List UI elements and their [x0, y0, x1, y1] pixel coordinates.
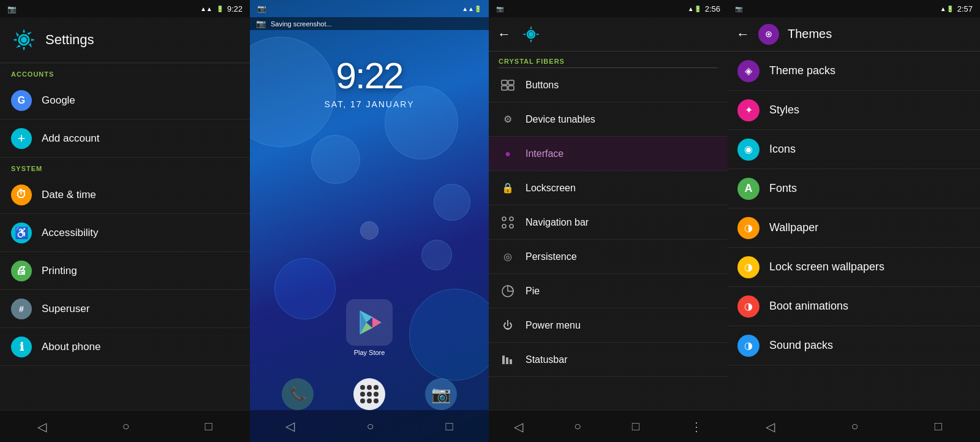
boot-animations-item[interactable]: ◑ Boot animations	[728, 287, 980, 326]
crystal-header: ←	[489, 17, 728, 51]
navigation-bar-icon	[499, 213, 517, 232]
persistence-item[interactable]: ◎ Persistence	[489, 240, 728, 274]
theme-packs-item[interactable]: ◈ Theme packs	[728, 51, 980, 91]
crystal-back-nav[interactable]: ◁	[502, 413, 535, 440]
google-label: Google	[42, 94, 75, 107]
icons-item[interactable]: ◉ Icons	[728, 130, 980, 169]
crystal-recents-nav[interactable]: □	[620, 413, 652, 440]
home-nav-btn[interactable]: ○	[110, 413, 141, 440]
sound-packs-icon: ◑	[737, 335, 760, 357]
ls-date: SAT, 17 JANUARY	[250, 99, 489, 109]
buttons-item[interactable]: Buttons	[489, 68, 728, 102]
date-time-icon: ⏱	[11, 185, 32, 205]
navigation-bar-item[interactable]: Navigation bar	[489, 205, 728, 240]
fonts-item[interactable]: A Fonts	[728, 169, 980, 208]
crystal-navigation-bar: ◁ ○ □ ⋮	[489, 410, 728, 442]
svg-point-22	[767, 32, 770, 35]
ls-recents-btn[interactable]: □	[433, 413, 465, 440]
add-account-label: Add account	[42, 132, 100, 145]
accessibility-item[interactable]: ♿ Accessibility	[0, 214, 250, 252]
crystal-fibers-panel: 📷 ▲🔋 2:56 ← CRYSTAL FIBERS Buttons ⚙	[489, 0, 728, 442]
accounts-section-label: ACCOUNTS	[0, 63, 250, 82]
pie-icon	[499, 282, 517, 300]
notification-icon: 📷	[256, 19, 266, 28]
ls-home-btn[interactable]: ○	[354, 413, 386, 440]
camera-dock-icon[interactable]: 📷	[425, 378, 457, 410]
settings-panel: 📷 ▲▲ 🔋 9:22 Settings ACCOUNTS	[0, 0, 250, 442]
svg-point-1	[21, 37, 27, 43]
settings-title: Settings	[45, 32, 94, 48]
back-nav-btn[interactable]: ◁	[25, 413, 59, 440]
add-account-item[interactable]: + Add account	[0, 120, 250, 158]
power-menu-item[interactable]: ⏻ Power menu	[489, 308, 728, 343]
lockscreen-icon: 🔒	[499, 179, 517, 197]
ls-camera-icon: 📷	[257, 4, 266, 13]
statusbar-label: Statusbar	[526, 354, 567, 365]
interface-icon: ●	[499, 145, 517, 163]
persistence-label: Persistence	[526, 251, 577, 262]
power-menu-label: Power menu	[526, 320, 581, 331]
ls-app-row: Play Store	[346, 299, 393, 356]
phone-icon[interactable]: 📞	[282, 378, 314, 410]
ls-dock: 📞 📷	[250, 378, 489, 410]
lockscreen-label: Lockscreen	[526, 183, 576, 194]
about-phone-label: About phone	[42, 341, 100, 353]
play-store-icon[interactable]	[346, 299, 393, 346]
themes-time: 2:57	[957, 4, 973, 13]
wallpaper-item[interactable]: ◑ Wallpaper	[728, 208, 980, 248]
crystal-home-nav[interactable]: ○	[562, 413, 594, 440]
svg-rect-9	[502, 80, 507, 85]
printing-icon: 🖨	[11, 261, 32, 281]
notification-text: Saving screenshot...	[271, 20, 332, 28]
system-section-label: SYSTEM	[0, 158, 250, 176]
google-item[interactable]: G Google	[0, 82, 250, 120]
interface-item[interactable]: ● Interface	[489, 137, 728, 171]
accessibility-icon: ♿	[11, 223, 32, 243]
settings-header: Settings	[0, 17, 250, 63]
google-icon: G	[11, 90, 32, 111]
icons-icon: ◉	[737, 139, 760, 161]
themes-back-btn[interactable]: ←	[736, 26, 750, 42]
crystal-time: 2:56	[705, 4, 720, 13]
styles-item[interactable]: ✦ Styles	[728, 91, 980, 130]
crystal-gear-icon	[521, 24, 541, 45]
themes-navigation-bar: ◁ ○ □	[728, 410, 980, 442]
date-time-item[interactable]: ⏱ Date & time	[0, 176, 250, 214]
ls-notification: 📷 Saving screenshot...	[250, 17, 489, 30]
svg-marker-5	[372, 317, 381, 328]
recents-nav-btn[interactable]: □	[192, 413, 224, 440]
printing-item[interactable]: 🖨 Printing	[0, 252, 250, 290]
icons-label: Icons	[769, 143, 796, 156]
wallpaper-label: Wallpaper	[769, 221, 818, 234]
pie-item[interactable]: Pie	[489, 274, 728, 308]
device-tunables-label: Device tunables	[526, 114, 595, 125]
status-bar: 📷 ▲▲ 🔋 9:22	[0, 0, 250, 17]
boot-animations-label: Boot animations	[769, 300, 848, 313]
themes-recents-nav[interactable]: □	[922, 413, 954, 440]
themes-header-icon	[758, 24, 779, 45]
lockscreen-item[interactable]: 🔒 Lockscreen	[489, 171, 728, 205]
superuser-label: Superuser	[42, 303, 89, 315]
sound-packs-item[interactable]: ◑ Sound packs	[728, 326, 980, 365]
wallpaper-icon: ◑	[737, 217, 760, 239]
superuser-icon: #	[11, 299, 32, 319]
status-time: 9:22	[227, 4, 243, 13]
crystal-back-btn[interactable]: ←	[497, 26, 511, 42]
superuser-item[interactable]: # Superuser	[0, 290, 250, 328]
lock-screen-wallpapers-item[interactable]: ◑ Lock screen wallpapers	[728, 248, 980, 287]
about-phone-item[interactable]: ℹ About phone	[0, 328, 250, 366]
themes-status-bar: 📷 ▲🔋 2:57	[728, 0, 980, 17]
device-tunables-item[interactable]: ⚙ Device tunables	[489, 102, 728, 137]
statusbar-item[interactable]: Statusbar	[489, 343, 728, 377]
power-menu-icon: ⏻	[499, 316, 517, 335]
app-drawer-btn[interactable]	[353, 378, 385, 410]
svg-rect-10	[508, 80, 514, 85]
fonts-icon: A	[737, 178, 760, 200]
styles-icon: ✦	[737, 99, 760, 121]
themes-status-icons: 📷	[735, 6, 742, 12]
crystal-overflow-nav[interactable]: ⋮	[678, 413, 715, 440]
themes-back-nav[interactable]: ◁	[753, 413, 787, 440]
themes-home-nav[interactable]: ○	[839, 413, 870, 440]
ls-back-btn[interactable]: ◁	[273, 413, 307, 440]
themes-panel: 📷 ▲🔋 2:57 ← Themes ◈ Theme packs ✦ Style…	[728, 0, 980, 442]
